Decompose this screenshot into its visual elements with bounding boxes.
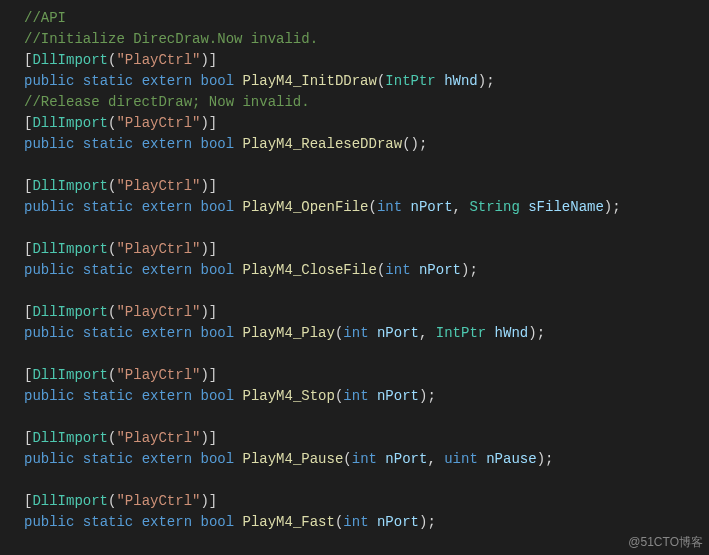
code-line (24, 407, 709, 428)
attribute-name: DllImport (32, 241, 108, 257)
comment: //API (24, 10, 66, 26)
param-type: IntPtr (436, 325, 486, 341)
code-line: public static extern bool PlayM4_Fast(in… (24, 512, 709, 533)
type-bool: bool (200, 199, 234, 215)
method-name: PlayM4_Pause (243, 451, 344, 467)
code-line (24, 344, 709, 365)
type-bool: bool (200, 136, 234, 152)
semicolon: ; (469, 262, 477, 278)
keyword-extern: extern (142, 136, 192, 152)
bracket-close: ] (209, 493, 217, 509)
param-name: nPort (411, 199, 453, 215)
keyword-extern: extern (142, 262, 192, 278)
attribute-name: DllImport (32, 52, 108, 68)
param-name: nPort (385, 451, 427, 467)
param-type: int (377, 199, 402, 215)
type-bool: bool (200, 388, 234, 404)
param-type: int (352, 451, 377, 467)
string-literal: "PlayCtrl" (116, 241, 200, 257)
paren-open: ( (343, 451, 351, 467)
semicolon: ; (537, 325, 545, 341)
semicolon: ; (612, 199, 620, 215)
param-name: nPause (486, 451, 536, 467)
bracket-close: ] (209, 304, 217, 320)
keyword-public: public (24, 514, 74, 530)
bracket-close: ] (209, 367, 217, 383)
bracket-close: ] (209, 430, 217, 446)
type-bool: bool (200, 325, 234, 341)
keyword-public: public (24, 73, 74, 89)
paren-close: ) (537, 451, 545, 467)
code-line: public static extern bool PlayM4_Realese… (24, 134, 709, 155)
string-literal: "PlayCtrl" (116, 367, 200, 383)
keyword-extern: extern (142, 73, 192, 89)
keyword-public: public (24, 325, 74, 341)
code-line: //Initialize DirecDraw.Now invalid. (24, 29, 709, 50)
attribute-name: DllImport (32, 115, 108, 131)
code-line: //Release directDraw; Now invalid. (24, 92, 709, 113)
keyword-static: static (83, 73, 133, 89)
code-line: public static extern bool PlayM4_InitDDr… (24, 71, 709, 92)
method-name: PlayM4_CloseFile (243, 262, 377, 278)
paren-close: ) (200, 430, 208, 446)
bracket-close: ] (209, 241, 217, 257)
param-type: String (469, 199, 519, 215)
keyword-static: static (83, 325, 133, 341)
semicolon: ; (486, 73, 494, 89)
attribute-name: DllImport (32, 367, 108, 383)
param-type: int (385, 262, 410, 278)
attribute-name: DllImport (32, 430, 108, 446)
paren-close: ) (200, 52, 208, 68)
paren-open: ( (402, 136, 410, 152)
method-name: PlayM4_Stop (243, 388, 335, 404)
attribute-name: DllImport (32, 493, 108, 509)
paren-open: ( (369, 199, 377, 215)
keyword-public: public (24, 136, 74, 152)
code-line: public static extern bool PlayM4_Stop(in… (24, 386, 709, 407)
code-line: //API (24, 8, 709, 29)
attribute-name: DllImport (32, 304, 108, 320)
keyword-public: public (24, 388, 74, 404)
type-bool: bool (200, 514, 234, 530)
code-editor[interactable]: //API//Initialize DirecDraw.Now invalid.… (0, 0, 709, 541)
param-type: uint (444, 451, 478, 467)
paren-close: ) (604, 199, 612, 215)
code-line: [DllImport("PlayCtrl")] (24, 302, 709, 323)
comma: , (427, 451, 444, 467)
param-name: hWnd (444, 73, 478, 89)
code-line: [DllImport("PlayCtrl")] (24, 428, 709, 449)
code-line: public static extern bool PlayM4_Play(in… (24, 323, 709, 344)
param-type: IntPtr (385, 73, 435, 89)
comma: , (419, 325, 436, 341)
keyword-static: static (83, 514, 133, 530)
code-line: public static extern bool PlayM4_CloseFi… (24, 260, 709, 281)
string-literal: "PlayCtrl" (116, 52, 200, 68)
param-type: int (343, 514, 368, 530)
keyword-extern: extern (142, 199, 192, 215)
code-line (24, 218, 709, 239)
keyword-static: static (83, 451, 133, 467)
paren-close: ) (200, 115, 208, 131)
bracket-close: ] (209, 178, 217, 194)
semicolon: ; (427, 514, 435, 530)
string-literal: "PlayCtrl" (116, 493, 200, 509)
paren-close: ) (200, 493, 208, 509)
type-bool: bool (200, 451, 234, 467)
paren-close: ) (200, 178, 208, 194)
param-name: nPort (419, 262, 461, 278)
watermark: @51CTO博客 (628, 533, 703, 551)
method-name: PlayM4_OpenFile (243, 199, 369, 215)
semicolon: ; (545, 451, 553, 467)
keyword-public: public (24, 451, 74, 467)
code-line: [DllImport("PlayCtrl")] (24, 176, 709, 197)
bracket-close: ] (209, 52, 217, 68)
paren-close: ) (200, 304, 208, 320)
bracket-close: ] (209, 115, 217, 131)
param-name: sFileName (528, 199, 604, 215)
keyword-extern: extern (142, 388, 192, 404)
param-name: nPort (377, 325, 419, 341)
semicolon: ; (419, 136, 427, 152)
method-name: PlayM4_RealeseDDraw (243, 136, 403, 152)
code-line: [DllImport("PlayCtrl")] (24, 365, 709, 386)
keyword-extern: extern (142, 514, 192, 530)
